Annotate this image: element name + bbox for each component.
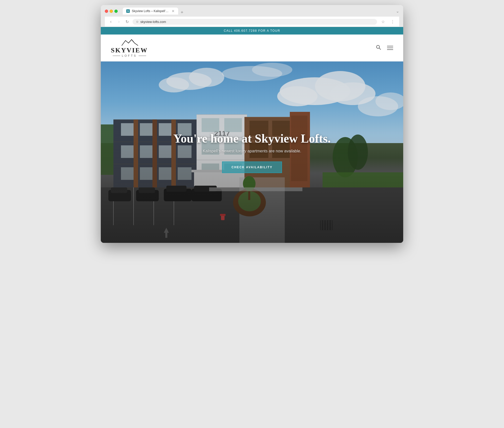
banner-text: CALL 406.607.7288 FOR A TOUR [224,29,280,32]
website-content: CALL 406.607.7288 FOR A TOUR SKYVIEW LOF… [101,27,403,243]
tab-favicon: S [126,9,130,13]
site-header: SKYVIEW LOFTS [101,35,403,61]
menu-line-1 [387,46,393,46]
address-bar-container: ‹ › ↻ ⊙ skyview-lofts.com ☆ ⋮ [105,17,399,27]
reload-button[interactable]: ↻ [124,19,130,25]
logo-sub-text: LOFTS [113,54,146,57]
hamburger-menu-button[interactable] [387,46,393,50]
browser-controls: S Skyview Lofts – Kalispell's N... ✕ + ⌄ [105,8,399,15]
header-nav [376,45,393,51]
close-button[interactable] [105,10,108,13]
fullscreen-button[interactable] [114,10,118,13]
active-tab[interactable]: S Skyview Lofts – Kalispell's N... ✕ [123,8,178,15]
new-tab-button[interactable]: + [179,10,185,15]
logo-icon [120,39,138,46]
tab-title: Skyview Lofts – Kalispell's N... [132,9,170,13]
forward-button[interactable]: › [116,19,122,25]
hero-subtitle: Kalispell's newest luxury apartments are… [173,149,331,153]
browser-window: S Skyview Lofts – Kalispell's N... ✕ + ⌄… [101,5,403,243]
search-button[interactable] [376,45,381,51]
nav-buttons: ‹ › ↻ [108,19,130,25]
url-text: skyview-lofts.com [140,20,166,24]
tab-bar: S Skyview Lofts – Kalispell's N... ✕ + [123,8,394,15]
top-banner: CALL 406.607.7288 FOR A TOUR [101,27,403,35]
menu-line-2 [387,48,393,48]
check-availability-button[interactable]: CHECK AVAILABILITY [222,161,282,173]
bookmark-button[interactable]: ☆ [380,18,387,25]
more-options-button[interactable]: ⋮ [389,18,396,25]
address-bar[interactable]: ⊙ skyview-lofts.com [133,19,377,25]
tab-close-icon[interactable]: ✕ [172,9,175,13]
minimize-button[interactable] [110,10,113,13]
svg-point-0 [376,45,380,48]
logo-main-text: SKYVIEW [111,47,148,54]
svg-line-1 [379,48,381,50]
logo[interactable]: SKYVIEW LOFTS [111,39,148,57]
security-icon: ⊙ [136,20,138,23]
expand-icon[interactable]: ⌄ [396,9,399,14]
browser-titlebar: S Skyview Lofts – Kalispell's N... ✕ + ⌄… [101,5,403,27]
traffic-lights [105,10,118,13]
menu-line-3 [387,49,393,50]
back-button[interactable]: ‹ [108,19,114,25]
hero-title: You're home at Skyview Lofts. [173,131,331,145]
hero-section: 2117 [101,61,403,243]
hero-content: You're home at Skyview Lofts. Kalispell'… [173,131,331,173]
